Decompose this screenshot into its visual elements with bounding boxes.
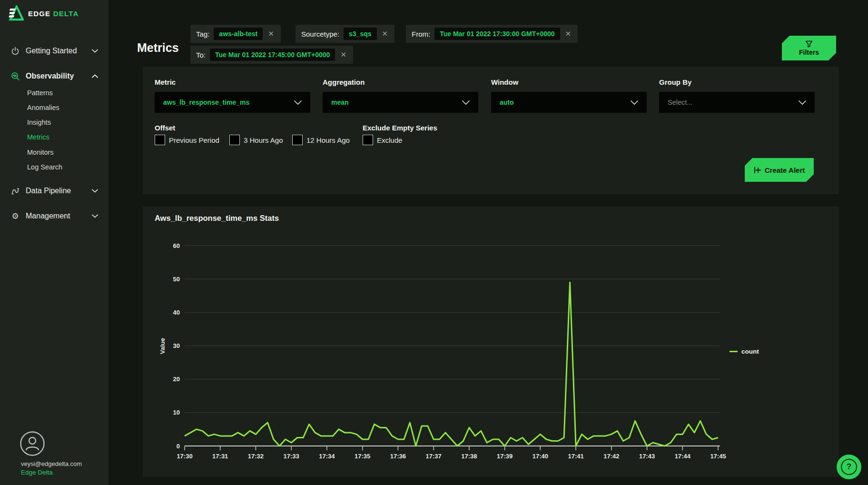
sidebar-item-observability[interactable]: Observability — [0, 68, 108, 84]
checkbox-box[interactable] — [292, 135, 303, 145]
help-button[interactable]: ? — [837, 455, 861, 479]
power-icon — [10, 46, 20, 56]
checkbox-box[interactable] — [155, 135, 165, 145]
chip-value: Tue Mar 01 2022 17:45:00 GMT+0000 — [210, 49, 335, 61]
aggregation-dropdown[interactable]: mean — [323, 92, 478, 113]
line-chart[interactable]: 010203040506017:3017:3117:3217:3317:3417… — [143, 207, 839, 477]
filter-chip-tag: Tag: aws-alb-test ✕ — [190, 25, 281, 43]
filters-button[interactable]: Filters — [782, 36, 836, 60]
chip-value: s3_sqs — [344, 28, 376, 40]
sidebar-item-monitors[interactable]: Monitors — [27, 148, 54, 156]
checkbox-label: Previous Period — [169, 136, 219, 144]
checkbox-box[interactable] — [229, 135, 240, 145]
filter-chip-from: From: Tue Mar 01 2022 17:30:00 GMT+0000 … — [406, 25, 578, 43]
checkbox-label: 3 Hours Ago — [244, 136, 283, 144]
brand-wordmark: EDGE DELTA — [28, 10, 79, 18]
svg-text:17:37: 17:37 — [426, 453, 442, 460]
sidebar-item-insights[interactable]: Insights — [27, 119, 51, 126]
pipeline-icon — [10, 186, 20, 196]
observability-icon — [10, 71, 20, 81]
checkbox-label: Exclude — [377, 136, 402, 144]
chevron-down-icon — [92, 189, 98, 193]
filter-chip-to: To: Tue Mar 01 2022 17:45:00 GMT+0000 ✕ — [190, 46, 353, 64]
svg-text:17:41: 17:41 — [568, 453, 583, 460]
svg-text:0: 0 — [177, 443, 180, 450]
checkbox-label: 12 Hours Ago — [306, 136, 350, 144]
svg-text:17:36: 17:36 — [390, 453, 406, 460]
window-field: Window auto — [491, 78, 647, 113]
avatar[interactable] — [20, 431, 45, 456]
edge-delta-logo-icon — [8, 5, 24, 21]
chip-label: Sourcetype: — [301, 30, 339, 38]
chevron-down-icon — [92, 49, 98, 53]
group-by-placeholder: Select... — [668, 99, 692, 106]
gear-icon: ⚙ — [10, 211, 20, 221]
sidebar-item-log-search[interactable]: Log Search — [27, 163, 62, 171]
group-by-field: Group By Select... — [659, 78, 815, 113]
svg-text:17:35: 17:35 — [355, 453, 370, 460]
checkbox-box[interactable] — [363, 135, 373, 145]
svg-text:17:43: 17:43 — [639, 453, 655, 460]
group-by-dropdown[interactable]: Select... — [659, 92, 815, 113]
user-block: veysi@edgedelta.com Edge Delta — [0, 423, 108, 485]
filters-button-label: Filters — [799, 49, 819, 56]
sidebar-item-metrics[interactable]: Metrics — [27, 133, 49, 141]
chip-label: Tag: — [196, 30, 209, 38]
logo[interactable]: EDGE DELTA — [8, 5, 79, 21]
metric-dropdown[interactable]: aws_lb_response_time_ms — [155, 92, 310, 113]
window-label: Window — [491, 78, 647, 86]
svg-text:17:32: 17:32 — [248, 453, 264, 460]
close-icon[interactable]: ✕ — [381, 30, 389, 38]
window-value: auto — [500, 99, 514, 106]
svg-text:17:39: 17:39 — [497, 453, 513, 460]
svg-text:17:40: 17:40 — [533, 453, 548, 460]
metric-label: Metric — [155, 78, 310, 86]
group-by-label: Group By — [659, 78, 815, 86]
chart-panel: Aws_lb_response_time_ms Stats 0102030405… — [143, 207, 839, 477]
svg-text:17:30: 17:30 — [177, 453, 192, 460]
aggregation-field: Aggregation mean — [323, 78, 478, 113]
svg-text:17:45: 17:45 — [710, 453, 726, 460]
filter-chip-sourcetype: Sourcetype: s3_sqs ✕ — [296, 25, 395, 43]
exclude-checkbox[interactable]: Exclude — [363, 135, 402, 145]
chevron-down-icon — [92, 214, 98, 218]
svg-text:40: 40 — [173, 309, 180, 316]
offset-3-hours-ago-checkbox[interactable]: 3 Hours Ago — [229, 135, 283, 145]
page-title: Metrics — [137, 41, 179, 55]
sidebar-item-patterns[interactable]: Patterns — [27, 89, 53, 97]
chevron-down-icon — [462, 100, 470, 105]
chevron-down-icon — [294, 100, 302, 105]
funnel-icon — [805, 40, 813, 48]
sidebar: EDGE DELTA Getting Started — [0, 0, 108, 485]
sidebar-item-getting-started[interactable]: Getting Started — [0, 43, 108, 59]
create-alert-label: Create Alert — [765, 166, 805, 174]
aggregation-label: Aggregation — [323, 78, 478, 86]
sidebar-item-management[interactable]: ⚙ Management — [0, 208, 108, 224]
close-icon[interactable]: ✕ — [564, 30, 572, 38]
svg-text:17:34: 17:34 — [319, 453, 335, 460]
metric-field: Metric aws_lb_response_time_ms — [155, 78, 310, 113]
metric-controls-panel: Metric aws_lb_response_time_ms Aggregati… — [143, 67, 839, 194]
sidebar-item-data-pipeline[interactable]: Data Pipeline — [0, 183, 108, 199]
svg-text:17:44: 17:44 — [675, 453, 691, 460]
close-icon[interactable]: ✕ — [267, 30, 275, 38]
sidebar-item-label: Data Pipeline — [26, 187, 71, 195]
svg-text:30: 30 — [173, 342, 180, 349]
svg-text:60: 60 — [173, 242, 180, 249]
sidebar-item-label: Management — [26, 212, 70, 220]
close-icon[interactable]: ✕ — [339, 50, 347, 59]
user-org-link[interactable]: Edge Delta — [21, 469, 53, 476]
sidebar-item-anomalies[interactable]: Anomalies — [27, 104, 59, 111]
app-root: EDGE DELTA Getting Started — [0, 0, 868, 485]
offset-label: Offset — [155, 124, 175, 132]
sidebar-item-label: Getting Started — [26, 47, 77, 55]
create-alert-button[interactable]: Create Alert — [745, 158, 814, 182]
svg-text:17:42: 17:42 — [603, 453, 619, 460]
chart-legend: count — [730, 348, 759, 355]
user-email: veysi@edgedelta.com — [21, 460, 82, 467]
offset-12-hours-ago-checkbox[interactable]: 12 Hours Ago — [292, 135, 350, 145]
svg-text:17:33: 17:33 — [284, 453, 299, 460]
window-dropdown[interactable]: auto — [491, 92, 647, 113]
chevron-down-icon — [631, 100, 638, 105]
offset-previous-period-checkbox[interactable]: Previous Period — [155, 135, 219, 145]
